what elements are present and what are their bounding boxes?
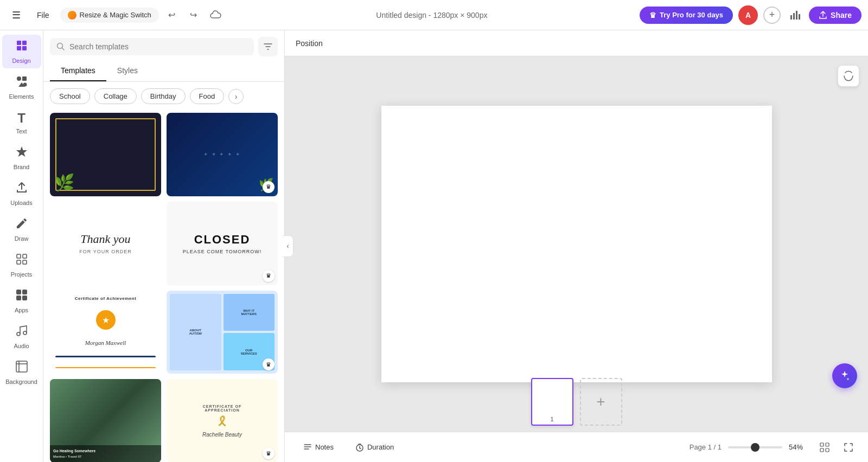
svg-rect-23 bbox=[16, 361, 27, 372]
document-title[interactable]: Untitled design - 1280px × 900px bbox=[228, 11, 635, 20]
svg-rect-13 bbox=[17, 254, 21, 258]
sidebar-item-background[interactable]: Background bbox=[2, 356, 41, 389]
position-bar: Position bbox=[285, 30, 868, 56]
page-thumb-number-1: 1 bbox=[550, 416, 553, 422]
svg-rect-15 bbox=[17, 260, 21, 264]
cloud-save-button[interactable] bbox=[207, 7, 224, 24]
audio-icon bbox=[15, 324, 28, 341]
filter-button[interactable] bbox=[258, 37, 278, 56]
text-icon: T bbox=[17, 111, 25, 126]
file-menu[interactable]: File bbox=[30, 8, 56, 23]
sidebar-item-design[interactable]: Design bbox=[2, 35, 41, 68]
avatar[interactable]: A bbox=[738, 5, 758, 25]
pro-badge-4: ♛ bbox=[263, 270, 275, 282]
templates-panel-wrapper: Templates Styles School Collage Birthday… bbox=[43, 30, 285, 462]
chip-birthday[interactable]: Birthday bbox=[141, 88, 186, 104]
uploads-icon bbox=[15, 181, 28, 197]
share-button[interactable]: Share bbox=[809, 7, 861, 24]
undo-button[interactable]: ↩ bbox=[163, 7, 181, 24]
search-icon bbox=[56, 42, 65, 51]
svg-rect-27 bbox=[826, 443, 829, 446]
search-box bbox=[50, 38, 254, 55]
uploads-label: Uploads bbox=[10, 200, 32, 206]
category-chips: School Collage Birthday Food › bbox=[43, 82, 284, 108]
topbar-right: ♛ Try Pro for 30 days A + Share bbox=[640, 5, 861, 25]
projects-icon bbox=[15, 253, 28, 269]
chip-collage[interactable]: Collage bbox=[94, 88, 137, 104]
template-card-8[interactable]: CERTIFICATE OF APPRECIATION 🎗 Rachelle B… bbox=[167, 379, 278, 462]
tab-styles[interactable]: Styles bbox=[106, 61, 149, 81]
svg-rect-2 bbox=[796, 11, 797, 20]
bottom-bar-left: Notes Duration bbox=[296, 440, 401, 455]
templates-tabs: Templates Styles bbox=[43, 61, 284, 82]
add-button[interactable]: + bbox=[763, 7, 781, 24]
position-label: Position bbox=[296, 39, 323, 48]
bottom-bar-right: Page 1 / 1 54% bbox=[690, 439, 857, 456]
magic-assistant-button[interactable] bbox=[832, 363, 857, 388]
draw-label: Draw bbox=[15, 235, 29, 242]
magic-icon bbox=[68, 11, 76, 20]
chip-more-arrow[interactable]: › bbox=[228, 89, 244, 104]
tab-templates[interactable]: Templates bbox=[50, 61, 106, 81]
svg-point-8 bbox=[17, 76, 21, 81]
sidebar-item-projects[interactable]: Projects bbox=[2, 248, 41, 282]
fullscreen-button[interactable] bbox=[840, 439, 857, 456]
projects-label: Projects bbox=[11, 271, 33, 278]
template-card-5[interactable]: Certificate of Achievement ★ Morgan Maxw… bbox=[50, 291, 161, 374]
elements-icon bbox=[15, 75, 28, 91]
zoom-percent: 54% bbox=[789, 443, 809, 451]
sidebar-item-apps[interactable]: Apps bbox=[2, 284, 41, 318]
template-card-3[interactable]: Thank you FOR YOUR ORDER bbox=[50, 202, 161, 285]
zoom-slider[interactable] bbox=[728, 446, 782, 448]
hide-panel-button[interactable]: ‹ bbox=[283, 235, 293, 257]
canvas-container[interactable] bbox=[285, 56, 868, 432]
svg-rect-4 bbox=[17, 41, 21, 45]
sidebar-item-uploads[interactable]: Uploads bbox=[2, 177, 41, 210]
template-card-7[interactable]: Go Healing SomewhereMartina • Travel 07 bbox=[50, 379, 161, 462]
sidebar-item-draw[interactable]: Draw bbox=[2, 213, 41, 246]
template-card-1[interactable]: 🌿 bbox=[50, 113, 161, 196]
templates-grid: 🌿 ✦ ✦ ✦ ✦ ✦ 🌿 ♛ Thank you FOR YOUR ORDER bbox=[50, 113, 278, 462]
add-page-button[interactable]: + bbox=[580, 378, 622, 426]
sidebar-item-brand[interactable]: Brand bbox=[2, 141, 41, 175]
svg-point-22 bbox=[23, 331, 27, 335]
zoom-slider-container[interactable] bbox=[728, 446, 782, 448]
design-icon bbox=[15, 39, 28, 55]
search-input[interactable] bbox=[69, 42, 247, 51]
template-card-2[interactable]: ✦ ✦ ✦ ✦ ✦ 🌿 ♛ bbox=[167, 113, 278, 196]
sidebar-item-elements[interactable]: Elements bbox=[2, 70, 41, 104]
resize-magic-switch-button[interactable]: Resize & Magic Switch bbox=[60, 8, 159, 23]
svg-rect-29 bbox=[826, 448, 829, 452]
topbar: ☰ File Resize & Magic Switch ↩ ↪ Untitle… bbox=[0, 0, 868, 30]
page-thumb-1[interactable]: 1 bbox=[531, 378, 573, 426]
templates-grid-scroll: 🌿 ✦ ✦ ✦ ✦ ✦ 🌿 ♛ Thank you FOR YOUR ORDER bbox=[43, 108, 284, 462]
template-card-6[interactable]: WHY ITMATTERS ABOUTAUTISM OURSERVICES ♛ bbox=[167, 291, 278, 374]
duration-button[interactable]: Duration bbox=[348, 440, 401, 455]
sidebar-item-audio[interactable]: Audio bbox=[2, 320, 41, 354]
pro-badge-8: ♛ bbox=[263, 447, 275, 459]
draw-icon bbox=[15, 217, 28, 233]
svg-rect-16 bbox=[23, 260, 27, 264]
chip-school[interactable]: School bbox=[50, 88, 90, 104]
svg-rect-26 bbox=[820, 443, 824, 446]
audio-label: Audio bbox=[14, 343, 29, 349]
icon-rail: Design Elements T Text Brand Uploads bbox=[0, 30, 43, 462]
templates-search-bar bbox=[43, 30, 284, 61]
notes-button[interactable]: Notes bbox=[296, 440, 341, 455]
redo-button[interactable]: ↪ bbox=[185, 7, 202, 24]
grid-view-button[interactable] bbox=[816, 439, 833, 456]
apps-icon bbox=[15, 288, 28, 305]
template-card-4[interactable]: CLOSED PLEASE COME TOMORROW! ♛ bbox=[167, 202, 278, 285]
menu-button[interactable]: ☰ bbox=[7, 5, 26, 25]
sidebar-item-text[interactable]: T Text bbox=[2, 106, 41, 139]
canvas-refresh-button[interactable] bbox=[838, 65, 859, 87]
svg-rect-19 bbox=[16, 296, 21, 300]
brand-icon bbox=[15, 145, 28, 162]
try-pro-button[interactable]: ♛ Try Pro for 30 days bbox=[640, 7, 733, 24]
chip-food[interactable]: Food bbox=[190, 88, 225, 104]
svg-point-21 bbox=[17, 332, 20, 336]
bottom-bar: Notes Duration Page 1 / 1 54% bbox=[285, 432, 868, 462]
svg-rect-0 bbox=[790, 15, 792, 20]
stats-button[interactable] bbox=[786, 7, 803, 24]
pro-badge-2: ♛ bbox=[263, 181, 275, 193]
